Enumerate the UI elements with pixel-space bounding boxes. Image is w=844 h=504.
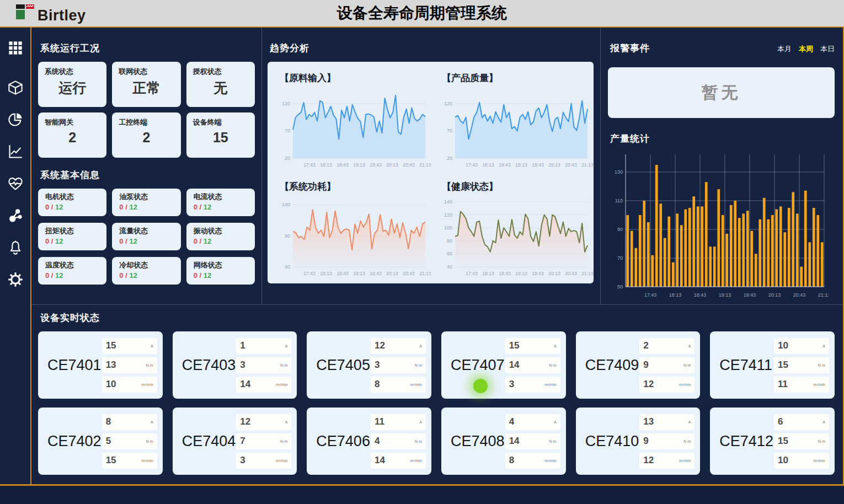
device-card[interactable]: CE7407 15 A 14 N·m 3 m³/min (441, 331, 566, 399)
device-unit: m³/min (410, 459, 422, 463)
device-name: CE7409 (576, 357, 640, 374)
device-value-row: 11 m³/min (774, 377, 829, 393)
svg-text:19:13: 19:13 (515, 162, 527, 168)
device-unit: m³/min (141, 383, 153, 387)
run-status-grid: 系统状态 运行 联网状态 正常 授权状态 无 智能网关 2 工控终端 2 设备终… (38, 62, 255, 158)
svg-text:20: 20 (285, 156, 290, 161)
info-card: 电流状态 0 / 12 (186, 189, 255, 216)
device-value: 13 (106, 360, 116, 371)
info-card-counts: 0 / 12 (45, 237, 63, 245)
device-value: 9 (643, 436, 648, 447)
svg-text:19:13: 19:13 (515, 271, 527, 276)
info-card-label: 冷却状态 (119, 260, 173, 270)
status-card: 系统状态 运行 (38, 62, 106, 107)
molecule-icon[interactable] (7, 207, 24, 224)
device-unit: N·m (146, 439, 153, 443)
svg-text:40: 40 (285, 264, 290, 270)
info-card-label: 流量状态 (119, 226, 173, 236)
device-unit: m³/min (814, 383, 825, 387)
device-unit: A (688, 344, 691, 348)
device-grid: CE7401 15 A 13 N·m 10 m³/min CE7403 (38, 331, 835, 475)
device-value: 15 (106, 340, 116, 351)
device-card[interactable]: CE7403 1 A 3 N·m 14 m³/min (173, 331, 297, 399)
info-card: 网络状态 0 / 12 (186, 257, 255, 285)
basic-info-title: 系统基本信息 (40, 169, 255, 181)
device-values: 4 A 14 N·m 8 m³/min (505, 414, 560, 469)
device-unit: N·m (549, 363, 556, 367)
info-card-counts: 0 / 12 (119, 271, 137, 280)
device-value: 8 (509, 455, 514, 466)
svg-text:19:13: 19:13 (353, 162, 365, 168)
device-value-row: 14 m³/min (371, 453, 426, 469)
svg-text:90: 90 (285, 233, 290, 239)
alarm-tab[interactable]: 本月 (777, 44, 792, 54)
svg-text:20:43: 20:43 (565, 162, 577, 168)
product-quality-chart: 1207020 17:4318:1318:4319:1319:4320:1320… (437, 85, 593, 169)
device-name: CE7412 (710, 433, 774, 450)
device-unit: m³/min (544, 459, 556, 463)
device-card[interactable]: CE7412 6 A 15 N·m 10 m³/min (710, 408, 835, 475)
device-card[interactable]: CE7401 15 A 13 N·m 10 m³/min (38, 331, 163, 399)
device-name: CE7404 (173, 433, 237, 450)
device-unit: A (419, 420, 422, 424)
device-unit: A (822, 420, 825, 424)
svg-text:21:13: 21:13 (581, 162, 593, 168)
pie-chart-icon[interactable] (7, 111, 24, 128)
apps-grid-icon[interactable] (7, 40, 24, 56)
info-card-label: 扭矩状态 (45, 226, 99, 236)
device-card[interactable]: CE7411 10 A 15 N·m 11 m³/min (710, 331, 835, 399)
cube-icon[interactable] (7, 79, 24, 96)
device-card[interactable]: CE7408 4 A 14 N·m 8 m³/min (441, 408, 566, 475)
status-card-value: 无 (193, 79, 248, 97)
device-value-row: 1 A (236, 338, 291, 354)
svg-text:20:43: 20:43 (403, 271, 415, 276)
device-value-row: 12 A (371, 338, 426, 354)
device-unit: N·m (683, 439, 691, 443)
svg-text:18:13: 18:13 (482, 271, 494, 276)
device-value: 10 (778, 340, 788, 351)
svg-text:19:43: 19:43 (744, 292, 756, 298)
device-card[interactable]: CE7405 12 A 3 N·m 8 m³/min (307, 331, 431, 399)
footer-bar (0, 484, 844, 504)
status-card-label: 系统状态 (45, 67, 100, 77)
device-card[interactable]: CE7404 12 A 7 N·m 3 m³/min (173, 408, 297, 475)
device-value: 2 (643, 340, 648, 351)
alarm-tab[interactable]: 本周 (799, 44, 813, 54)
device-value: 15 (106, 455, 116, 466)
svg-text:19:43: 19:43 (532, 271, 544, 276)
page-title: 设备全寿命周期管理系统 (0, 3, 844, 24)
alarm-tab[interactable]: 本日 (820, 44, 835, 54)
alarm-title: 报警事件 (610, 42, 650, 55)
svg-text:20:13: 20:13 (548, 271, 560, 276)
svg-text:20:13: 20:13 (768, 292, 781, 298)
device-value: 14 (509, 360, 520, 371)
info-card-label: 网络状态 (194, 260, 248, 270)
bell-icon[interactable] (7, 239, 24, 256)
device-unit: A (151, 420, 153, 424)
status-card-value: 2 (119, 130, 174, 146)
device-card[interactable]: CE7410 13 A 9 N·m 12 m³/min (576, 408, 701, 475)
line-chart-icon[interactable] (7, 143, 24, 160)
device-values: 15 A 14 N·m 3 m³/min (505, 338, 560, 393)
device-card[interactable]: CE7406 11 A 4 N·m 14 m³/min (307, 408, 431, 475)
device-value: 12 (240, 416, 250, 427)
info-card: 温度状态 0 / 12 (38, 257, 106, 285)
info-card-counts: 0 / 12 (45, 271, 63, 280)
status-card-label: 联网状态 (119, 67, 174, 77)
device-card[interactable]: CE7409 2 A 9 N·m 12 m³/min (576, 331, 701, 399)
section-system-status: 系统运行工况 系统状态 运行 联网状态 正常 授权状态 无 智能网关 2 工控终… (31, 28, 262, 304)
device-value: 15 (509, 340, 520, 351)
device-value: 3 (240, 360, 245, 371)
device-value-row: 13 A (639, 414, 695, 430)
svg-text:50: 50 (617, 284, 623, 289)
health-heart-icon[interactable] (7, 175, 24, 192)
gear-icon[interactable] (7, 271, 24, 288)
device-card[interactable]: CE7402 8 A 5 N·m 15 m³/min (38, 408, 163, 475)
device-name: CE7401 (38, 357, 102, 374)
device-name: CE7407 (441, 357, 505, 374)
device-value-row: 13 N·m (102, 357, 157, 373)
main-frame: 系统运行工况 系统状态 运行 联网状态 正常 授权状态 无 智能网关 2 工控终… (0, 26, 844, 484)
svg-text:100: 100 (444, 225, 452, 230)
info-card: 电机状态 0 / 12 (38, 189, 106, 216)
trend-title: 趋势分析 (270, 42, 594, 55)
